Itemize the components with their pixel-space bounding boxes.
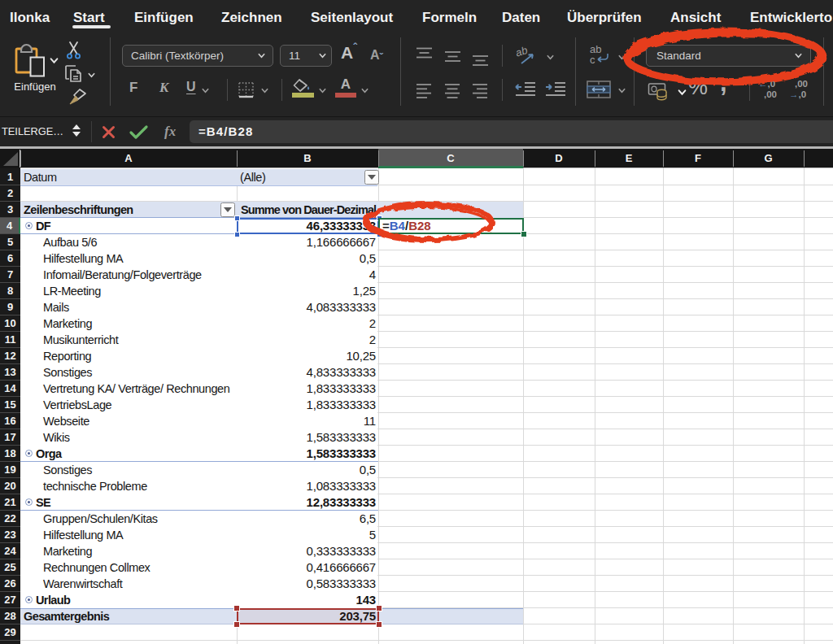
selection-handle xyxy=(233,621,240,628)
cell-value-row11: 2 xyxy=(0,332,376,348)
align-top-button[interactable] xyxy=(416,45,441,72)
selection-handle xyxy=(233,605,240,611)
format-painter-button[interactable] xyxy=(68,87,88,110)
font-color-button[interactable]: A xyxy=(335,76,356,93)
cell-value-row26: 0,583333333 xyxy=(0,576,376,592)
column-header-A[interactable]: A xyxy=(20,149,237,168)
accounting-format-button[interactable] xyxy=(648,81,672,106)
selection-handle xyxy=(376,621,382,628)
increase-font-button[interactable]: Aˆ xyxy=(341,43,357,63)
filter-dropdown-A3[interactable] xyxy=(220,202,235,217)
font-color-chevron-icon[interactable] xyxy=(361,87,369,94)
font-name-combo[interactable]: Calibri (Textkörper) xyxy=(122,45,273,67)
formula-input[interactable]: =B4/B28 xyxy=(190,120,833,143)
align-bottom-button[interactable] xyxy=(473,45,497,72)
percent-style-button[interactable]: % xyxy=(688,75,708,100)
select-all-corner[interactable] xyxy=(0,149,20,168)
number-format-chevron-icon[interactable] xyxy=(795,52,802,59)
cell-value-row8: 1,25 xyxy=(0,283,376,299)
ribbon-tab-formeln[interactable]: Formeln xyxy=(422,0,477,26)
cell-value-row5: 1,166666667 xyxy=(0,234,376,250)
formula-bar-divider xyxy=(91,121,92,142)
merge-cells-button[interactable] xyxy=(586,80,612,102)
ribbon-tab-seitenlayout[interactable]: Seitenlayout xyxy=(311,0,393,26)
name-box-spinner[interactable] xyxy=(72,122,84,141)
name-box[interactable]: TEILERGE… xyxy=(2,117,63,146)
ribbon-tab-start[interactable]: Start xyxy=(73,0,105,26)
filter-dropdown-B1[interactable] xyxy=(364,170,379,185)
decrease-font-button[interactable]: Aˇ xyxy=(370,48,383,63)
font-name-chevron-icon[interactable] xyxy=(258,52,265,59)
fill-handle xyxy=(521,231,527,237)
align-left-button[interactable] xyxy=(416,78,441,106)
ribbon-tab-zeichnen[interactable]: Zeichnen xyxy=(221,0,282,26)
decrease-indent-button[interactable] xyxy=(513,79,538,102)
comma-style-button[interactable]: , xyxy=(720,68,727,98)
copy-button[interactable] xyxy=(64,64,85,89)
selection-handle xyxy=(234,232,240,237)
copy-chevron-icon[interactable] xyxy=(88,72,95,79)
cell-value-row18: 1,583333333 xyxy=(0,446,376,462)
cells-area[interactable]: Datum(Alle)ZeilenbeschriftungenSumme von… xyxy=(0,168,833,644)
cell-value-row6: 0,5 xyxy=(0,250,376,267)
cell-value-row24: 0,333333333 xyxy=(0,543,376,559)
ribbon-tab-entwicklerto[interactable]: Entwicklerto xyxy=(750,0,832,26)
italic-button[interactable]: K xyxy=(159,80,168,96)
accounting-chevron-icon[interactable] xyxy=(678,88,685,95)
decrease-decimal-button[interactable]: ←,0,00 xyxy=(758,79,783,100)
increase-decimal-button[interactable]: ,00→,0 xyxy=(789,79,813,100)
svg-text:c: c xyxy=(590,54,595,66)
active-tab-underline xyxy=(72,25,111,28)
cut-button[interactable] xyxy=(65,41,83,63)
formula-input-text: =B4/B28 xyxy=(198,120,253,143)
wrap-text-chevron-icon[interactable] xyxy=(618,54,626,61)
paste-chevron-icon[interactable] xyxy=(50,56,57,63)
align-center-button[interactable] xyxy=(445,78,469,106)
formula-bar: TEILERGE… fx =B4/B28 xyxy=(0,116,833,146)
number-format-combo[interactable]: Standard xyxy=(646,45,811,67)
number-format-value: Standard xyxy=(656,46,701,67)
orientation-chevron-icon[interactable] xyxy=(547,54,554,61)
column-header-F[interactable]: F xyxy=(663,149,733,168)
group-separator xyxy=(227,79,228,101)
column-header-D[interactable]: D xyxy=(523,149,595,168)
selection-handle xyxy=(234,215,240,221)
column-headers: ABCDEFG xyxy=(0,149,833,168)
group-separator xyxy=(110,37,111,106)
column-header-E[interactable]: E xyxy=(595,149,663,168)
insert-function-icon[interactable]: fx xyxy=(164,117,176,146)
increase-indent-button[interactable] xyxy=(543,79,568,102)
group-separator xyxy=(634,37,635,106)
borders-chevron-icon[interactable] xyxy=(261,87,268,94)
fill-color-button[interactable] xyxy=(291,78,316,96)
ribbon-tab-ansicht[interactable]: Ansicht xyxy=(670,0,721,26)
enter-icon[interactable] xyxy=(129,124,149,143)
ribbon-tab-überprüfen[interactable]: Überprüfen xyxy=(567,0,642,26)
wrap-text-button[interactable]: ab c xyxy=(587,43,613,71)
cell-value-row25: 0,416666667 xyxy=(0,559,376,576)
borders-button[interactable] xyxy=(237,80,255,102)
ribbon-tab-daten[interactable]: Daten xyxy=(502,0,540,26)
underline-button[interactable]: U xyxy=(186,80,196,94)
font-size-value: 11 xyxy=(289,46,300,67)
cancel-icon[interactable] xyxy=(101,124,116,143)
ribbon-tab-ilonka[interactable]: Ilonka xyxy=(10,0,50,26)
ribbon-tab-einfügen[interactable]: Einfügen xyxy=(134,0,194,26)
referenced-cell-B28 xyxy=(237,608,379,624)
font-size-chevron-icon[interactable] xyxy=(319,52,326,59)
ribbon-tab-bar: IlonkaStartEinfügenZeichnenSeitenlayoutF… xyxy=(0,0,833,26)
column-header-C[interactable]: C xyxy=(378,149,523,168)
merge-chevron-icon[interactable] xyxy=(618,87,626,94)
cell-value-row23: 5 xyxy=(0,527,376,543)
orientation-button[interactable]: ab xyxy=(515,45,539,71)
underline-chevron-icon[interactable] xyxy=(202,87,209,94)
column-header-G[interactable]: G xyxy=(733,149,804,168)
align-right-button[interactable] xyxy=(473,78,497,106)
fill-color-chevron-icon[interactable] xyxy=(319,87,326,94)
column-header-B[interactable]: B xyxy=(237,149,378,168)
bold-button[interactable]: F xyxy=(129,80,137,96)
cell-value-row7: 4 xyxy=(0,267,376,283)
align-middle-button[interactable] xyxy=(445,45,469,72)
cell-A1: Datum xyxy=(24,169,57,185)
cell-value-row19: 0,5 xyxy=(0,462,376,478)
